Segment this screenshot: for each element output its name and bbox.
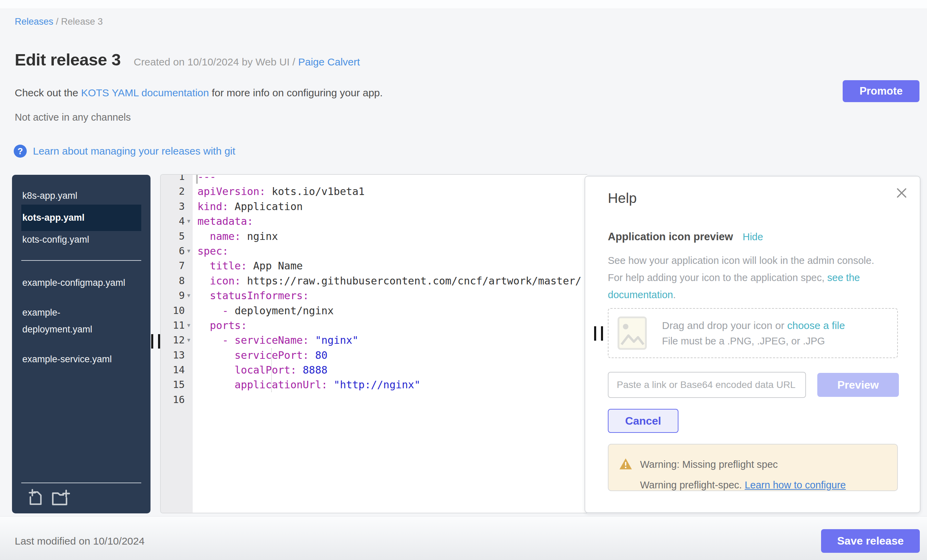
fold-toggle-icon[interactable]: ▾	[185, 288, 193, 303]
gutter-line-13: 13	[161, 348, 193, 363]
cancel-button[interactable]: Cancel	[608, 409, 678, 433]
fold-toggle-icon	[185, 377, 193, 392]
gutter-line-2: 2	[161, 184, 193, 199]
fold-toggle-icon[interactable]: ▾	[185, 318, 193, 333]
file-item-kots-app.yaml[interactable]: kots-app.yaml	[21, 205, 141, 231]
code-line-10: - deployment/nginx	[198, 303, 587, 318]
gutter-line-7: 7	[161, 258, 193, 273]
code-line-7: title: App Name	[198, 258, 587, 273]
preflight-warning-box: Warning: Missing preflight spec Warning …	[608, 444, 898, 491]
fold-toggle-icon	[185, 174, 193, 184]
code-line-6: spec:	[198, 244, 587, 258]
gutter-line-3: 3	[161, 199, 193, 214]
gutter-line-14: 14	[161, 363, 193, 377]
file-item-example-service.yaml[interactable]: example-service.yaml	[21, 347, 131, 372]
hide-link[interactable]: Hide	[743, 231, 763, 243]
fold-toggle-icon	[185, 199, 193, 214]
fold-toggle-icon	[185, 229, 193, 244]
fold-toggle-icon[interactable]: ▾	[185, 214, 193, 229]
icon-url-input[interactable]	[608, 372, 806, 398]
page-title: Edit release 3	[15, 50, 121, 69]
gutter-line-11: 11▾	[161, 318, 193, 333]
code-line-9: statusInformers:	[198, 288, 587, 303]
fold-toggle-icon	[185, 348, 193, 363]
editor-gutter: 1234▾56▾789▾1011▾12▾13141516	[161, 175, 193, 513]
gutter-line-15: 15	[161, 377, 193, 392]
help-panel-title: Help	[608, 190, 637, 206]
file-list-top: k8s-app.yamlkots-app.yamlkots-config.yam…	[12, 187, 150, 249]
gutter-line-9: 9▾	[161, 288, 193, 303]
fold-toggle-icon	[185, 303, 193, 318]
close-icon[interactable]	[895, 186, 909, 200]
code-line-5: name: nginx	[198, 229, 587, 244]
fold-toggle-icon	[185, 363, 193, 377]
icon-preview-title: Application icon preview	[608, 231, 733, 243]
gutter-line-12: 12▾	[161, 333, 193, 348]
indent-guide	[271, 348, 272, 392]
file-tree-sidebar: k8s-app.yamlkots-app.yamlkots-config.yam…	[12, 175, 150, 513]
gutter-line-6: 6▾	[161, 244, 193, 258]
breadcrumb-releases-link[interactable]: Releases	[15, 17, 53, 27]
add-folder-icon[interactable]	[52, 489, 70, 506]
footer-bar: Last modified on 10/10/2024 Save release	[0, 516, 927, 560]
add-file-icon[interactable]	[27, 489, 43, 506]
pane-resize-handle-left[interactable]	[151, 334, 160, 349]
preview-button[interactable]: Preview	[817, 373, 899, 397]
code-line-3: kind: Application	[198, 199, 587, 214]
warning-title: Warning: Missing preflight spec	[640, 459, 778, 470]
image-placeholder-icon	[617, 316, 647, 350]
learn-configure-link[interactable]: Learn how to configure	[745, 480, 846, 490]
code-line-4: metadata:	[198, 214, 587, 229]
code-line-11: ports:	[198, 318, 587, 333]
breadcrumb: Releases / Release 3	[15, 17, 103, 27]
file-item-kots-config.yaml[interactable]: kots-config.yaml	[21, 231, 141, 249]
code-line-1: ---	[198, 174, 587, 184]
code-line-13: servicePort: 80	[198, 348, 587, 363]
fold-toggle-icon[interactable]: ▾	[185, 333, 193, 348]
dropzone-text: Drag and drop your icon or choose a file…	[662, 320, 845, 347]
last-modified-text: Last modified on 10/10/2024	[15, 535, 145, 547]
created-by-link[interactable]: Paige Calvert	[298, 56, 360, 68]
question-circle-icon: ?	[14, 145, 27, 158]
breadcrumb-current: Release 3	[61, 17, 103, 27]
dropzone-requirements: File must be a .PNG, .JPEG, or .JPG	[662, 335, 845, 347]
git-releases-link[interactable]: Learn about managing your releases with …	[33, 145, 235, 157]
icon-preview-description: See how your application icon will look …	[608, 252, 882, 303]
choose-file-link[interactable]: choose a file	[787, 320, 845, 331]
yaml-editor[interactable]: 1234▾56▾789▾1011▾12▾13141516 ---apiVersi…	[160, 174, 587, 513]
code-line-16	[198, 392, 587, 407]
fold-toggle-icon	[185, 258, 193, 273]
file-item-example-deployment.yaml[interactable]: example-deployment.yaml	[21, 300, 131, 342]
file-item-example-configmap.yaml[interactable]: example-configmap.yaml	[21, 270, 131, 296]
fold-toggle-icon	[185, 273, 193, 288]
code-line-8: icon: https://raw.githubusercontent.com/…	[198, 273, 587, 288]
sidebar-footer	[21, 483, 141, 507]
git-help-row: ? Learn about managing your releases wit…	[14, 145, 235, 158]
editor-code-area[interactable]: ---apiVersion: kots.io/v1beta1kind: Appl…	[198, 174, 587, 407]
code-line-15: applicationUrl: "http://nginx"	[198, 377, 587, 392]
gutter-line-8: 8	[161, 273, 193, 288]
channel-status: Not active in any channels	[15, 112, 131, 123]
file-list-examples: example-configmap.yamlexample-deployment…	[12, 270, 150, 372]
pane-resize-handle-right[interactable]	[594, 326, 603, 341]
help-panel: Help Application icon preview Hide See h…	[585, 176, 921, 513]
promote-button[interactable]: Promote	[843, 80, 919, 102]
fold-toggle-icon	[185, 392, 193, 407]
code-line-14: localPort: 8888	[198, 363, 587, 377]
breadcrumb-separator: /	[56, 17, 61, 27]
file-tree-divider	[21, 260, 141, 261]
code-line-2: apiVersion: kots.io/v1beta1	[198, 184, 587, 199]
kots-yaml-doc-link[interactable]: KOTS YAML documentation	[81, 87, 209, 99]
gutter-line-4: 4▾	[161, 214, 193, 229]
warning-detail: Warning preflight-spec. Learn how to con…	[640, 480, 846, 491]
save-release-button[interactable]: Save release	[821, 529, 920, 553]
created-meta: Created on 10/10/2024 by Web UI / Paige …	[134, 56, 360, 68]
fold-toggle-icon	[185, 184, 193, 199]
app-top-strip	[0, 0, 927, 9]
warning-triangle-icon	[619, 458, 632, 472]
icon-preview-section: Application icon preview Hide	[608, 231, 763, 243]
icon-dropzone[interactable]: Drag and drop your icon or choose a file…	[608, 308, 898, 358]
gutter-line-1: 1	[161, 174, 193, 184]
file-item-k8s-app.yaml[interactable]: k8s-app.yaml	[21, 187, 141, 205]
fold-toggle-icon[interactable]: ▾	[185, 244, 193, 258]
